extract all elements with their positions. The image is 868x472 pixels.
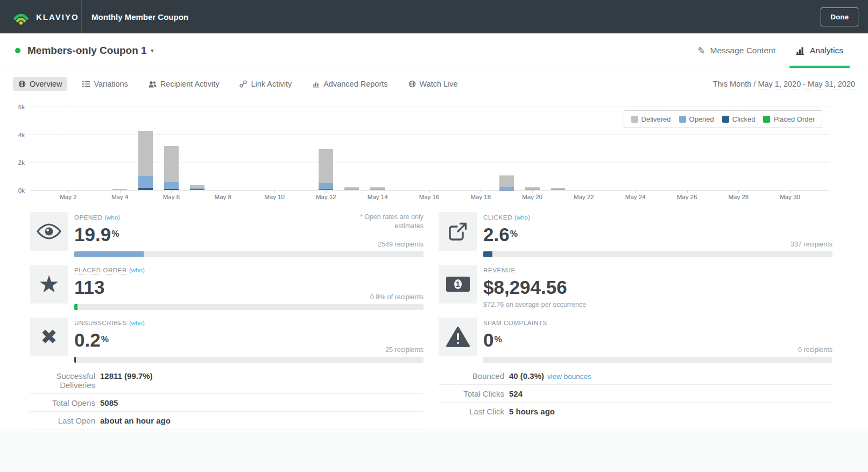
subnav-item-link-activity[interactable]: Link Activity (234, 77, 297, 91)
chart-day-slot (391, 107, 417, 190)
bar-opened[interactable] (344, 189, 359, 190)
chart-day-slot (442, 107, 468, 190)
progress-fill (483, 251, 492, 257)
metric-card-opened: OPENED(who) 19.9% * Open rates are only … (30, 212, 424, 257)
date-range[interactable]: May 1, 2020 - May 31, 2020 (758, 80, 855, 89)
chart-day-slot (184, 107, 210, 190)
bar-clicked[interactable] (138, 188, 153, 190)
view-bounces-link[interactable]: view bounces (547, 372, 591, 381)
campaign-name: Members-only Coupon 1 (27, 45, 147, 57)
progress-bar (483, 251, 832, 257)
recipients-note: 25 recipients (385, 346, 424, 354)
legend-label: Opened (689, 115, 714, 123)
top-bar: KLAVIYO Monthly Member Coupon Done (0, 0, 868, 33)
chart-day-slot (571, 107, 597, 190)
bar-clicked[interactable] (190, 189, 204, 190)
y-axis: 0k2k4k6k (0, 107, 30, 191)
chevron-down-icon: ▾ (151, 47, 154, 54)
legend-swatch (631, 116, 638, 123)
summary-row-total-clicks: Total Clicks 524 (439, 385, 832, 403)
klaviyo-logo-icon (11, 8, 31, 26)
y-axis-label: 2k (18, 159, 25, 166)
subnav-label: Overview (30, 80, 62, 88)
tab-message-content[interactable]: ✎ Message Content (691, 33, 782, 68)
chart-day-slot (210, 107, 236, 190)
summary-label: Total Opens (30, 398, 95, 407)
progress-bar (483, 357, 832, 363)
metric-value: $8,294.56 (483, 278, 832, 297)
subnav-label: Recipient Activity (160, 80, 220, 88)
metric-card-spam-complaints: SPAM COMPLAINTS 0% 0 recipients (439, 318, 832, 363)
progress-bar (74, 304, 424, 310)
who-link[interactable]: (who) (129, 320, 145, 326)
summary-value: 40 (0.3%) (509, 371, 544, 381)
chart-day-slot (493, 107, 519, 190)
progress-fill (74, 304, 77, 310)
campaign-selector[interactable]: Members-only Coupon 1 ▾ (15, 33, 154, 68)
summary-value: 12811 (99.7%) (100, 371, 153, 381)
legend-item-clicked: Clicked (722, 115, 756, 123)
status-dot (15, 48, 20, 53)
y-axis-label: 0k (18, 187, 25, 194)
tab-analytics[interactable]: Analytics (789, 33, 850, 68)
x-axis: May 2May 4May 6May 8May 10May 12May 14Ma… (30, 191, 829, 205)
subnav-item-watch-live[interactable]: Watch Live (403, 77, 463, 91)
chart-day-slot (107, 107, 133, 190)
done-button[interactable]: Done (821, 8, 858, 26)
legend-item-opened: Opened (679, 115, 714, 123)
summary-row-total-opens: Total Opens 5085 (30, 394, 424, 412)
summary-label: Bounced (439, 371, 504, 381)
summary-right-column: Bounced 40 (0.3%) view bounces Total Cli… (439, 367, 832, 429)
metric-label: REVENUE (483, 267, 516, 273)
y-axis-label: 6k (18, 104, 25, 110)
bar-opened[interactable] (551, 189, 566, 190)
chart-day-slot (30, 107, 55, 190)
chart-day-slot (365, 107, 391, 190)
progress-bar (74, 357, 424, 363)
x-axis-label: May 4 (111, 194, 128, 200)
y-axis-label: 4k (18, 132, 25, 138)
who-link[interactable]: (who) (129, 267, 145, 273)
x-axis-label: May 30 (780, 194, 800, 200)
subnav-item-recipient-activity[interactable]: Recipient Activity (143, 77, 225, 91)
campaign-title: Monthly Member Coupon (91, 12, 188, 22)
campaign-header: Members-only Coupon 1 ▾ ✎ Message Conten… (0, 33, 868, 68)
metric-card-revenue: 1 REVENUE $8,294.56 $72.76 on average pe… (439, 265, 832, 310)
summary-row-last-open: Last Open about an hour ago (30, 412, 424, 429)
chart-day-slot (417, 107, 442, 190)
who-link[interactable]: (who) (104, 214, 120, 221)
metric-label: OPENED (74, 214, 102, 221)
tab-label: Analytics (810, 46, 843, 55)
x-axis-label: May 2 (60, 194, 76, 200)
metric-cards: OPENED(who) 19.9% * Open rates are only … (0, 205, 868, 363)
recipients-note: 0.9% of recipients (370, 293, 424, 301)
chart-day-slot (133, 107, 159, 190)
topbar-divider (81, 0, 82, 33)
subnav-item-advanced-reports[interactable]: Advanced Reports (307, 77, 393, 91)
x-axis-label: May 22 (574, 194, 594, 200)
summary-row-bounced: Bounced 40 (0.3%) view bounces (439, 367, 832, 385)
bar-chart-icon (312, 80, 320, 88)
tab-label: Message Content (710, 46, 775, 55)
metric-label: CLICKED (483, 214, 512, 221)
subnav-item-variations[interactable]: Variations (77, 77, 133, 91)
who-link[interactable]: (who) (514, 214, 530, 221)
x-axis-label: May 26 (677, 194, 697, 200)
x-icon: ✖ (30, 318, 68, 356)
chart-day-slot (236, 107, 262, 190)
svg-text:1: 1 (456, 280, 460, 288)
metric-label: PLACED ORDER (74, 267, 127, 274)
summary-row-last-click: Last Click 5 hours ago (439, 403, 832, 420)
subnav-label: Watch Live (420, 80, 458, 88)
x-axis-label: May 12 (316, 194, 336, 200)
date-range-picker: This Month / May 1, 2020 - May 31, 2020 (713, 80, 855, 88)
summary-value: 5085 (100, 398, 118, 407)
metric-label: UNSUBSCRIBES (74, 320, 127, 326)
chart-legend: DeliveredOpenedClickedPlaced Order (624, 110, 822, 128)
klaviyo-logo[interactable]: KLAVIYO (0, 8, 81, 26)
metric-value: 0.2% (74, 330, 424, 349)
subnav-item-overview[interactable]: Overview (13, 77, 67, 91)
legend-swatch (763, 116, 770, 123)
recipients-note: 337 recipients (791, 241, 832, 248)
bar-clicked[interactable] (499, 190, 514, 191)
